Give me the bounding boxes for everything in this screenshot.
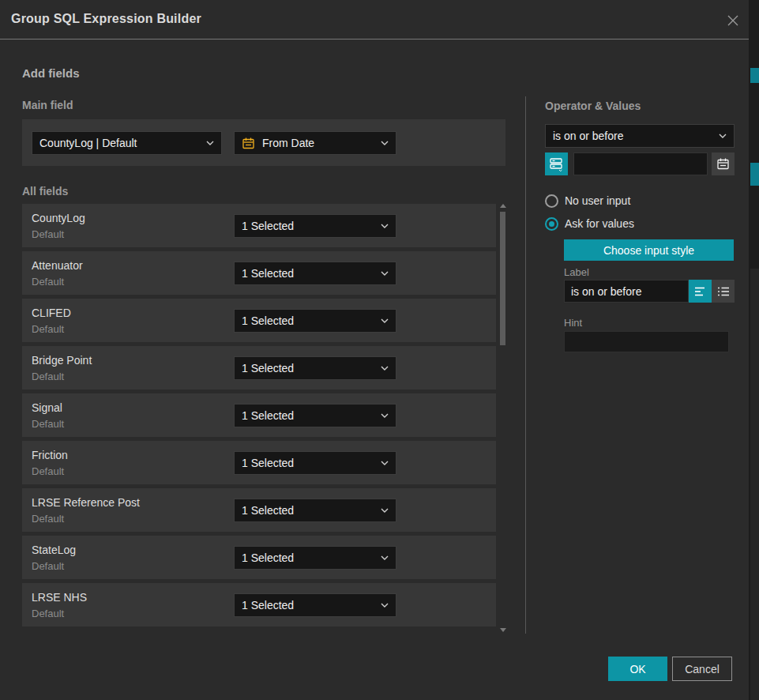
field-name: Signal (32, 401, 62, 414)
layer-select-dropdown[interactable]: CountyLog | Default (32, 131, 222, 155)
field-sublabel: Default (32, 228, 64, 240)
field-values-dropdown[interactable]: 1 Selected (234, 499, 396, 522)
operator-select-value: is on or before (553, 130, 624, 142)
field-name: LRSE NHS (32, 591, 87, 604)
field-name: Bridge Point (32, 354, 92, 367)
dialog-title: Group SQL Expression Builder (11, 12, 201, 26)
background-fragment (750, 269, 759, 700)
field-values-dropdown[interactable]: 1 Selected (234, 309, 396, 333)
radio-unchecked-icon (545, 194, 558, 208)
field-sublabel: Default (32, 371, 64, 382)
ok-button[interactable]: OK (608, 657, 667, 681)
field-row-bridge-point: Bridge Point Default 1 Selected (22, 346, 496, 390)
scroll-down-arrow-icon[interactable] (500, 628, 506, 632)
scroll-up-arrow-icon[interactable] (500, 204, 506, 208)
radio-ask-for-values[interactable]: Ask for values (545, 216, 634, 231)
add-fields-heading: Add fields (22, 66, 80, 80)
radio-no-user-input-label: No user input (565, 194, 630, 207)
field-values-dropdown[interactable]: 1 Selected (234, 214, 396, 238)
radio-checked-icon (545, 217, 558, 231)
input-type-stack-icon (549, 156, 564, 171)
field-sublabel: Default (32, 276, 64, 288)
date-picker-button[interactable] (712, 152, 735, 175)
background-app-strip (749, 0, 759, 700)
layer-select-value: CountyLog | Default (39, 137, 137, 149)
all-fields-heading: All fields (22, 185, 68, 198)
date-value-input[interactable] (573, 152, 708, 175)
main-field-select-value: From Date (262, 137, 314, 149)
chevron-down-icon (381, 461, 389, 465)
field-sublabel: Default (32, 608, 64, 619)
dialog-titlebar: Group SQL Expression Builder (0, 0, 749, 40)
chevron-down-icon (381, 603, 389, 608)
field-values-dropdown[interactable]: 1 Selected (234, 451, 396, 475)
radio-ask-for-values-label: Ask for values (565, 217, 634, 230)
panel-divider (525, 96, 526, 634)
field-name: StateLog (32, 544, 76, 556)
field-values-dropdown[interactable]: 1 Selected (234, 593, 396, 617)
chevron-down-icon (381, 271, 389, 276)
field-sublabel: Default (32, 418, 64, 430)
hint-caption: Hint (564, 317, 582, 329)
field-name: CLIFED (32, 307, 71, 319)
group-sql-expression-builder-dialog: Group SQL Expression Builder Add fields … (0, 0, 749, 700)
field-row-countylog: CountyLog Default 1 Selected (22, 204, 496, 247)
field-sublabel: Default (32, 465, 64, 477)
chevron-down-icon (381, 141, 389, 145)
field-name: CountyLog (32, 212, 85, 224)
list-icon (717, 286, 730, 297)
main-field-heading: Main field (22, 99, 73, 111)
operator-select-dropdown[interactable]: is on or before (545, 124, 735, 148)
chevron-down-icon (381, 318, 389, 323)
calendar-icon (716, 157, 730, 171)
field-row-statelog: StateLog Default 1 Selected (22, 536, 496, 579)
label-input[interactable] (564, 280, 689, 303)
input-style-list-button[interactable] (712, 280, 735, 303)
field-values-dropdown[interactable]: 1 Selected (234, 546, 396, 570)
scrollbar-thumb[interactable] (500, 212, 505, 345)
chevron-down-icon (381, 366, 389, 371)
field-values-dropdown[interactable]: 1 Selected (234, 404, 396, 427)
field-row-signal: Signal Default 1 Selected (22, 393, 496, 437)
value-input-type-button[interactable] (545, 152, 568, 175)
hint-input[interactable] (564, 331, 729, 352)
align-left-icon (694, 286, 707, 297)
close-button[interactable] (722, 9, 744, 32)
input-style-text-button[interactable] (689, 280, 712, 303)
cancel-button[interactable]: Cancel (672, 657, 732, 681)
chevron-down-icon (206, 141, 214, 145)
field-row-clifed: CLIFED Default 1 Selected (22, 299, 496, 342)
field-row-lrse-nhs: LRSE NHS Default 1 Selected (22, 583, 496, 627)
chevron-down-icon (381, 413, 389, 418)
background-fragment (750, 163, 759, 186)
choose-input-style-button[interactable]: Choose input style (564, 239, 734, 261)
field-name: Friction (32, 449, 68, 461)
operator-values-heading: Operator & Values (545, 100, 641, 112)
main-field-select-dropdown[interactable]: From Date (234, 131, 396, 155)
field-sublabel: Default (32, 513, 64, 525)
background-fragment (750, 68, 759, 83)
chevron-down-icon (381, 508, 389, 513)
field-row-attenuator: Attenuator Default 1 Selected (22, 251, 496, 295)
field-name: Attenuator (32, 259, 83, 272)
field-values-dropdown[interactable]: 1 Selected (234, 356, 396, 380)
chevron-down-icon (381, 224, 389, 228)
field-values-dropdown[interactable]: 1 Selected (234, 262, 396, 285)
field-sublabel: Default (32, 323, 64, 335)
chevron-down-icon (719, 134, 727, 138)
calendar-icon (242, 137, 255, 150)
field-name: LRSE Reference Post (32, 496, 140, 509)
close-icon (725, 13, 741, 28)
label-caption: Label (564, 266, 589, 278)
field-row-lrse-reference-post: LRSE Reference Post Default 1 Selected (22, 488, 496, 532)
field-sublabel: Default (32, 560, 64, 572)
field-row-friction: Friction Default 1 Selected (22, 441, 496, 484)
list-scrollbar[interactable] (499, 202, 506, 634)
main-field-panel: CountyLog | Default From Date (22, 119, 505, 166)
chevron-down-icon (381, 555, 389, 560)
radio-no-user-input[interactable]: No user input (545, 194, 630, 208)
